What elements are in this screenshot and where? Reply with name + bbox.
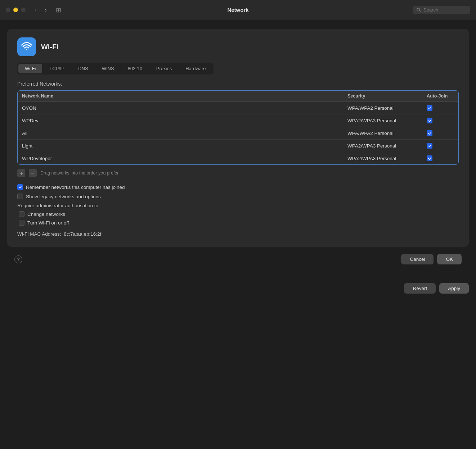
close-button[interactable]	[6, 8, 10, 12]
show-legacy-checkbox[interactable]	[17, 194, 23, 199]
main-area: Wi-Fi Wi-Fi TCP/IP DNS WINS 802.1X Proxi…	[0, 20, 476, 277]
col-network-name: Network Name	[18, 91, 343, 101]
mac-address-value: 8c:7a:aa:eb:16:2f	[64, 231, 101, 237]
search-icon	[416, 8, 421, 13]
security-cell: WPA2/WPA3 Personal	[343, 153, 422, 164]
autojoin-checkbox-1[interactable]	[427, 105, 432, 111]
preferred-networks-label: Preferred Networks:	[17, 81, 459, 87]
traffic-lights	[6, 8, 26, 12]
remove-network-button[interactable]: −	[29, 169, 37, 177]
add-network-button[interactable]: +	[17, 169, 25, 177]
remember-networks-label[interactable]: Remember networks this computer has join…	[26, 185, 125, 190]
autojoin-checkbox-4[interactable]	[427, 143, 432, 149]
maximize-button[interactable]	[21, 8, 26, 12]
search-input[interactable]	[423, 7, 467, 13]
grid-icon: ⊞	[56, 6, 61, 14]
table-row[interactable]: Ali WPA/WPA2 Personal	[18, 127, 458, 140]
turn-wifi-row: Turn Wi-Fi on or off	[17, 220, 459, 226]
show-legacy-label[interactable]: Show legacy networks and options	[26, 194, 101, 199]
minimize-button[interactable]	[13, 8, 18, 12]
remember-networks-checkbox[interactable]	[17, 184, 23, 190]
back-button[interactable]: ‹	[31, 6, 40, 14]
search-area	[413, 6, 470, 14]
titlebar: ‹ › ⊞ Network	[0, 0, 476, 20]
table-row[interactable]: WPDeveloper WPA2/WPA3 Personal	[18, 152, 458, 164]
autojoin-cell	[422, 127, 458, 139]
tabs-bar: Wi-Fi TCP/IP DNS WINS 802.1X Proxies Har…	[17, 63, 214, 74]
remember-networks-row: Remember networks this computer has join…	[17, 184, 459, 190]
apply-button[interactable]: Apply	[439, 283, 469, 294]
wifi-icon	[21, 41, 32, 53]
table-row[interactable]: Light WPA2/WPA3 Personal	[18, 140, 458, 152]
security-cell: WPA2/WPA3 Personal	[343, 140, 422, 152]
networks-table: Network Name Security Auto-Join OYON WPA…	[17, 90, 459, 165]
network-name-cell: OYON	[18, 102, 343, 114]
table-row[interactable]: WPDev WPA2/WPA3 Personal	[18, 114, 458, 127]
autojoin-checkbox-3[interactable]	[427, 130, 432, 136]
cancel-button[interactable]: Cancel	[401, 254, 434, 264]
ok-button[interactable]: OK	[437, 254, 462, 264]
panel: Wi-Fi Wi-Fi TCP/IP DNS WINS 802.1X Proxi…	[7, 29, 469, 247]
turn-wifi-label[interactable]: Turn Wi-Fi on or off	[27, 220, 69, 226]
tab-proxies[interactable]: Proxies	[150, 64, 178, 73]
window-title: Network	[227, 7, 248, 13]
change-networks-label[interactable]: Change networks	[27, 212, 65, 217]
autojoin-cell	[422, 152, 458, 164]
svg-line-1	[419, 10, 421, 12]
svg-point-0	[417, 8, 420, 11]
change-networks-row: Change networks	[17, 211, 459, 217]
change-networks-checkbox[interactable]	[19, 211, 24, 217]
security-cell: WPA/WPA2 Personal	[343, 127, 422, 139]
nav-arrows: ‹ ›	[31, 6, 50, 14]
security-cell: WPA2/WPA3 Personal	[343, 115, 422, 127]
network-name-cell: Ali	[18, 127, 343, 139]
show-legacy-row: Show legacy networks and options	[17, 194, 459, 199]
help-button[interactable]: ?	[14, 255, 22, 263]
panel-title: Wi-Fi	[41, 43, 59, 51]
security-cell: WPA/WPA2 Personal	[343, 102, 422, 114]
autojoin-cell	[422, 102, 458, 114]
revert-button[interactable]: Revert	[404, 283, 436, 294]
tab-wifi[interactable]: Wi-Fi	[18, 64, 42, 73]
tab-tcpip[interactable]: TCP/IP	[43, 64, 71, 73]
network-name-cell: Light	[18, 140, 343, 152]
tab-dns[interactable]: DNS	[72, 64, 94, 73]
turn-wifi-checkbox[interactable]	[19, 220, 24, 226]
autojoin-checkbox-5[interactable]	[427, 155, 432, 161]
network-name-cell: WPDeveloper	[18, 153, 343, 164]
outer-bottom-bar: Revert Apply	[0, 277, 476, 299]
mac-address-row: Wi-Fi MAC Address: 8c:7a:aa:eb:16:2f	[17, 231, 459, 237]
bottom-bar: ? Cancel OK	[7, 248, 469, 270]
autojoin-cell	[422, 114, 458, 127]
svg-point-2	[26, 49, 27, 50]
tab-hardware[interactable]: Hardware	[179, 64, 212, 73]
autojoin-checkbox-2[interactable]	[427, 118, 432, 123]
tab-wins[interactable]: WINS	[95, 64, 121, 73]
table-header: Network Name Security Auto-Join	[18, 91, 458, 102]
table-actions: + − Drag networks into the order you pre…	[17, 169, 459, 177]
drag-hint: Drag networks into the order you prefer.	[40, 171, 120, 176]
panel-header: Wi-Fi	[17, 37, 459, 56]
wifi-icon-box	[17, 37, 36, 56]
forward-button[interactable]: ›	[41, 6, 50, 14]
autojoin-cell	[422, 140, 458, 152]
col-security: Security	[343, 91, 422, 101]
table-row[interactable]: OYON WPA/WPA2 Personal	[18, 102, 458, 114]
network-name-cell: WPDev	[18, 115, 343, 127]
col-autojoin: Auto-Join	[422, 91, 458, 101]
tab-8021x[interactable]: 802.1X	[121, 64, 149, 73]
mac-address-label: Wi-Fi MAC Address:	[17, 231, 61, 237]
require-admin-label: Require administrator authorisation to:	[17, 203, 459, 208]
bottom-right-buttons: Cancel OK	[401, 254, 462, 264]
